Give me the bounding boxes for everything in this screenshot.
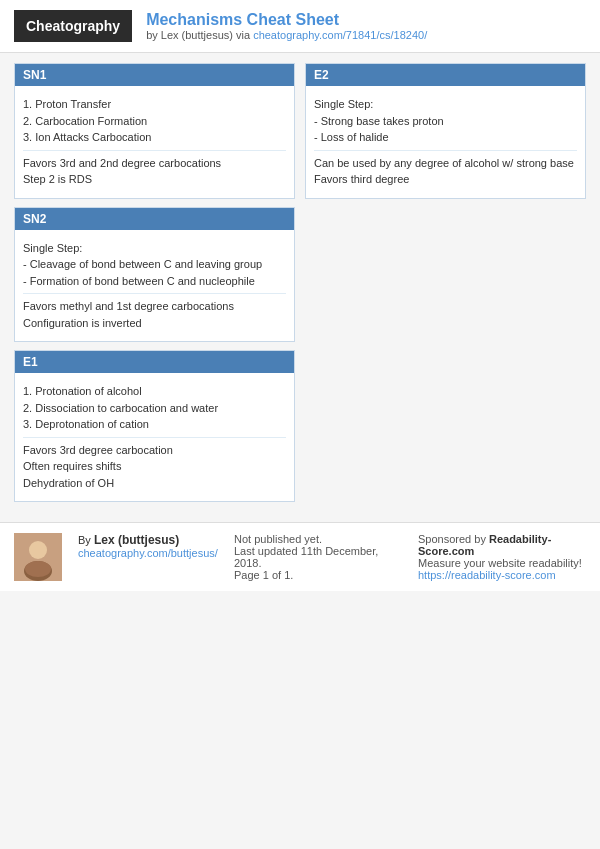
sponsor-link[interactable]: https://readability-score.com xyxy=(418,569,586,581)
section-body-e1: 1. Protonation of alcohol2. Dissociation… xyxy=(15,373,294,501)
section-header-sn2: SN2 xyxy=(15,208,294,230)
header: Cheatography Mechanisms Cheat Sheet by L… xyxy=(0,0,600,53)
footer-sponsor: Sponsored by Readability-Score.com Measu… xyxy=(418,533,586,581)
section-body-sn1: 1. Proton Transfer2. Carbocation Formati… xyxy=(15,86,294,198)
row: 1. Protonation of alcohol2. Dissociation… xyxy=(23,379,286,438)
svg-point-1 xyxy=(29,541,47,559)
main-content: SN11. Proton Transfer2. Carbocation Form… xyxy=(0,53,600,512)
row: Can be used by any degree of alcohol w/ … xyxy=(314,151,577,192)
section-e1: E11. Protonation of alcohol2. Dissociati… xyxy=(14,350,295,502)
section-header-sn1: SN1 xyxy=(15,64,294,86)
author-name: Lex (buttjesus) xyxy=(94,533,179,547)
footer: By Lex (buttjesus) cheatography.com/butt… xyxy=(0,522,600,591)
section-header-e1: E1 xyxy=(15,351,294,373)
row: 1. Proton Transfer2. Carbocation Formati… xyxy=(23,92,286,151)
right-column: E2Single Step:- Strong base takes proton… xyxy=(305,63,586,502)
row: Single Step:- Cleavage of bond between C… xyxy=(23,236,286,295)
section-body-e2: Single Step:- Strong base takes proton- … xyxy=(306,86,585,198)
avatar xyxy=(14,533,62,581)
logo: Cheatography xyxy=(14,10,132,42)
footer-author: By Lex (buttjesus) cheatography.com/butt… xyxy=(78,533,218,559)
section-body-sn2: Single Step:- Cleavage of bond between C… xyxy=(15,230,294,342)
svg-point-3 xyxy=(25,561,51,577)
row: Favors 3rd degree carbocationOften requi… xyxy=(23,438,286,496)
header-link[interactable]: cheatography.com/71841/cs/18240/ xyxy=(253,29,427,41)
row: Favors methyl and 1st degree carbocation… xyxy=(23,294,286,335)
section-header-e2: E2 xyxy=(306,64,585,86)
footer-meta: Not published yet. Last updated 11th Dec… xyxy=(234,533,402,581)
section-sn2: SN2Single Step:- Cleavage of bond betwee… xyxy=(14,207,295,343)
row: Favors 3rd and 2nd degree carbocationsSt… xyxy=(23,151,286,192)
author-link[interactable]: cheatography.com/buttjesus/ xyxy=(78,547,218,559)
section-e2: E2Single Step:- Strong base takes proton… xyxy=(305,63,586,199)
left-column: SN11. Proton Transfer2. Carbocation Form… xyxy=(14,63,295,502)
section-sn1: SN11. Proton Transfer2. Carbocation Form… xyxy=(14,63,295,199)
avatar-image xyxy=(14,533,62,581)
page-title: Mechanisms Cheat Sheet xyxy=(146,11,427,29)
header-subtitle: by Lex (buttjesus) via cheatography.com/… xyxy=(146,29,427,41)
header-text: Mechanisms Cheat Sheet by Lex (buttjesus… xyxy=(146,11,427,41)
row: Single Step:- Strong base takes proton- … xyxy=(314,92,577,151)
